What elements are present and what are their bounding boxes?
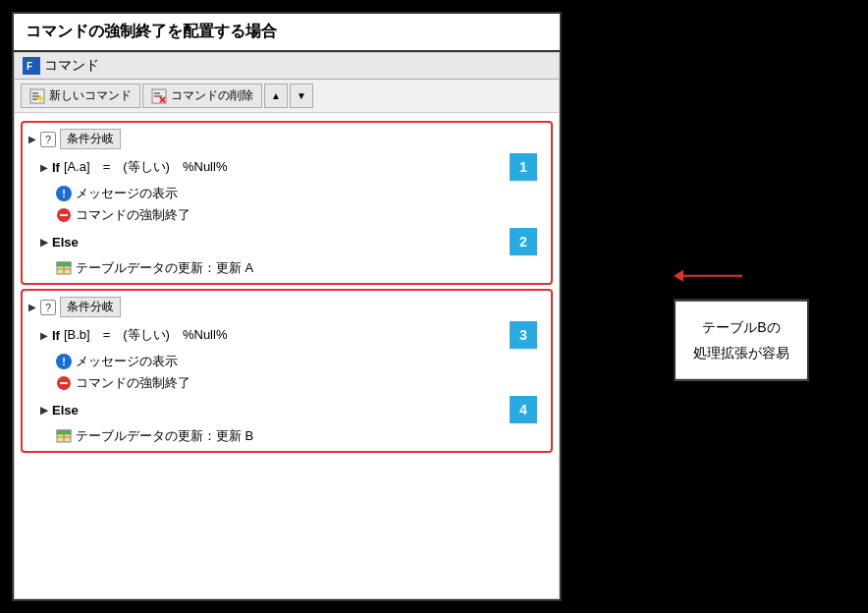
if-keyword-2: If xyxy=(52,328,60,343)
panel-icon: F xyxy=(23,57,40,75)
move-down-button[interactable]: ▼ xyxy=(290,84,313,108)
svg-rect-7 xyxy=(37,97,43,99)
move-up-button[interactable]: ▲ xyxy=(264,84,288,108)
svg-rect-16 xyxy=(57,262,71,266)
question-icon-2: ? xyxy=(40,300,56,315)
else-expand-2: ▶ xyxy=(40,405,48,416)
conditional-block-2: ▶ ? 条件分岐 ▶ If [B.b] = (等しい) %Null% 3 ! メ… xyxy=(21,289,553,453)
table-icon-1 xyxy=(56,260,72,276)
command-list: ▶ ? 条件分岐 ▶ If [A.a] = (等しい) %Null% 1 ! メ… xyxy=(15,113,559,598)
if-condition-2: [B.b] = (等しい) %Null% xyxy=(64,326,228,344)
svg-rect-3 xyxy=(32,92,38,94)
conditional-block-1: ▶ ? 条件分岐 ▶ If [A.a] = (等しい) %Null% 1 ! メ… xyxy=(21,121,553,285)
cmd-table-label-2: テーブルデータの更新：更新 B xyxy=(76,427,253,445)
info-icon-2: ! xyxy=(56,354,72,369)
if-keyword-1: If xyxy=(52,160,60,175)
title-bar: コマンドの強制終了を配置する場合 xyxy=(14,14,560,52)
annotation-line1: テーブルBの xyxy=(702,319,780,335)
stop-icon-1 xyxy=(56,207,72,223)
cmd-stop-label-1: コマンドの強制終了 xyxy=(76,206,190,224)
new-command-button[interactable]: 新しいコマンド xyxy=(21,84,140,108)
cmd-stop-2: コマンドの強制終了 xyxy=(25,372,549,394)
collapse-icon-2: ▶ xyxy=(28,302,36,312)
badge-2: 2 xyxy=(510,228,537,255)
collapse-icon-1: ▶ xyxy=(28,134,36,144)
cmd-message-label-1: メッセージの表示 xyxy=(76,185,178,202)
svg-rect-14 xyxy=(60,214,68,216)
if-row-2: ▶ If [B.b] = (等しい) %Null% 3 xyxy=(25,319,549,351)
annotation-line2: 処理拡張が容易 xyxy=(693,344,789,360)
else-expand-1: ▶ xyxy=(40,237,48,248)
panel-title: コマンド xyxy=(44,57,99,75)
cmd-table-2: テーブルデータの更新：更新 B xyxy=(25,425,549,447)
if-expand-1: ▶ xyxy=(40,162,48,173)
badge-1: 1 xyxy=(510,153,537,181)
if-expand-2: ▶ xyxy=(40,330,48,341)
stop-icon-2 xyxy=(56,375,72,391)
main-container: コマンドの強制終了を配置する場合 F コマンド xyxy=(12,12,562,601)
cond-header-1[interactable]: ▶ ? 条件分岐 xyxy=(25,127,549,151)
cond-header-2[interactable]: ▶ ? 条件分岐 xyxy=(25,295,549,319)
cmd-table-1: テーブルデータの更新：更新 A xyxy=(25,257,549,279)
page-title: コマンドの強制終了を配置する場合 xyxy=(26,23,277,39)
svg-rect-20 xyxy=(60,382,68,384)
cmd-message-2: ! メッセージの表示 xyxy=(25,351,549,372)
cond-label-2: 条件分岐 xyxy=(60,297,121,317)
cmd-table-label-1: テーブルデータの更新：更新 A xyxy=(76,259,253,277)
toolbar: 新しいコマンド コマンドの削除 ▲ ▼ xyxy=(15,80,559,113)
table-icon-2 xyxy=(56,428,72,444)
panel-header: F コマンド xyxy=(15,53,559,80)
cmd-message-1: ! メッセージの表示 xyxy=(25,183,549,204)
annotation-area: テーブルBの 処理拡張が容易 xyxy=(674,256,809,380)
cmd-stop-label-2: コマンドの強制終了 xyxy=(76,374,190,392)
if-condition-1: [A.a] = (等しい) %Null% xyxy=(64,158,228,176)
question-icon-1: ? xyxy=(40,132,56,147)
annotation-arrow xyxy=(674,256,752,296)
svg-rect-9 xyxy=(154,92,160,94)
command-panel: F コマンド 新しいコマンド xyxy=(14,52,560,599)
else-label-2: Else xyxy=(52,403,79,418)
svg-rect-4 xyxy=(32,95,40,97)
else-row-2: ▶ Else 4 xyxy=(25,394,549,425)
info-icon-1: ! xyxy=(56,186,72,201)
if-row-1: ▶ If [A.a] = (等しい) %Null% 1 xyxy=(25,151,549,183)
cond-label-1: 条件分岐 xyxy=(60,129,121,149)
badge-4: 4 xyxy=(510,396,537,423)
badge-3: 3 xyxy=(510,321,537,349)
else-row-1: ▶ Else 2 xyxy=(25,226,549,257)
svg-rect-22 xyxy=(57,430,71,434)
new-command-label: 新しいコマンド xyxy=(49,87,132,104)
cmd-stop-1: コマンドの強制終了 xyxy=(25,204,549,226)
delete-command-button[interactable]: コマンドの削除 xyxy=(142,84,262,108)
cmd-message-label-2: メッセージの表示 xyxy=(76,353,178,370)
svg-rect-5 xyxy=(32,98,37,100)
svg-marker-26 xyxy=(674,270,683,282)
annotation-box: テーブルBの 処理拡張が容易 xyxy=(674,300,809,380)
else-label-1: Else xyxy=(52,235,79,250)
svg-text:F: F xyxy=(27,61,32,72)
delete-command-label: コマンドの削除 xyxy=(171,87,253,104)
